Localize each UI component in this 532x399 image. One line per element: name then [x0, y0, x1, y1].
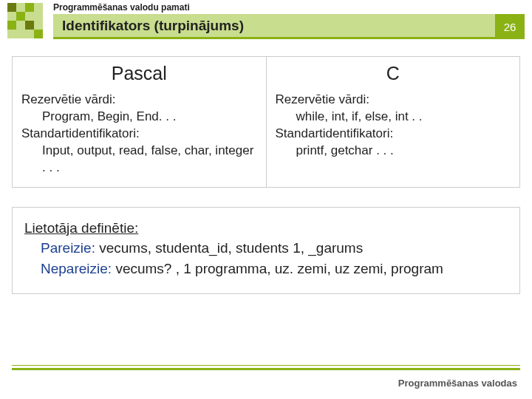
- incorrect-line: Nepareizie: vecums? , 1 programma, uz. z…: [24, 259, 508, 279]
- std-items: printf, getchar . . .: [276, 143, 511, 160]
- reserved-label: Rezervētie vārdi:: [276, 92, 511, 109]
- incorrect-label: Nepareizie:: [41, 261, 112, 276]
- logo-icon: [7, 3, 43, 38]
- incorrect-items: vecums? , 1 programma, uz. zemi, uz zemi…: [112, 261, 443, 276]
- logo-square: [16, 30, 25, 38]
- column-heading: Pascal: [21, 63, 257, 84]
- user-defined-box: Lietotāja definētie: Pareizie: vecums, s…: [12, 207, 520, 295]
- logo-square: [34, 3, 43, 12]
- reserved-label: Rezervētie vārdi:: [21, 92, 257, 109]
- breadcrumb: Programmēšanas valodu pamati: [53, 2, 190, 13]
- column-pascal: Pascal Rezervētie vārdi: Program, Begin,…: [12, 56, 267, 188]
- logo-square: [7, 21, 16, 30]
- logo-square: [7, 30, 16, 38]
- logo-square: [25, 12, 34, 21]
- reserved-items: Program, Begin, End. . .: [21, 109, 257, 126]
- column-body: Rezervētie vārdi: Program, Begin, End. .…: [21, 92, 257, 177]
- std-items: Input, output, read, false, char, intege…: [21, 143, 257, 177]
- logo-square: [16, 3, 25, 12]
- logo-square: [7, 3, 16, 12]
- divider-thin: [12, 365, 520, 366]
- correct-items: vecums, studenta_id, students 1, _garums: [95, 240, 363, 256]
- std-label: Standartidentifikatori:: [21, 126, 257, 143]
- divider-thick: [12, 368, 520, 370]
- logo-square: [25, 21, 34, 30]
- correct-label: Pareizie:: [41, 240, 95, 256]
- column-heading: C: [276, 63, 511, 84]
- column-body: Rezervētie vārdi: while, int, if, else, …: [276, 92, 511, 160]
- title-bar: Identifikators (turpinājums) 26: [53, 14, 525, 39]
- footer-text: Programmēšanas valodas: [398, 378, 517, 389]
- logo-square: [25, 30, 34, 38]
- logo-square: [25, 3, 34, 12]
- page-number: 26: [495, 14, 525, 39]
- user-defined-heading-text: Lietotāja definētie:: [24, 220, 138, 236]
- logo-square: [34, 12, 43, 21]
- slide: Programmēšanas valodu pamati Identifikat…: [0, 0, 532, 399]
- correct-line: Pareizie: vecums, studenta_id, students …: [24, 238, 508, 259]
- logo-square: [7, 12, 16, 21]
- divider: [12, 365, 520, 369]
- page-title: Identifikators (turpinājums): [62, 18, 244, 34]
- column-c: C Rezervētie vārdi: while, int, if, else…: [267, 56, 521, 188]
- logo-square: [16, 21, 25, 30]
- std-label: Standartidentifikatori:: [276, 126, 511, 143]
- comparison-table: Pascal Rezervētie vārdi: Program, Begin,…: [12, 56, 520, 188]
- logo-square: [34, 30, 43, 38]
- logo-square: [34, 21, 43, 30]
- user-defined-heading: Lietotāja definētie:: [24, 218, 508, 239]
- reserved-items: while, int, if, else, int . .: [276, 109, 511, 126]
- logo-square: [16, 12, 25, 21]
- header: Programmēšanas valodu pamati Identifikat…: [0, 0, 532, 43]
